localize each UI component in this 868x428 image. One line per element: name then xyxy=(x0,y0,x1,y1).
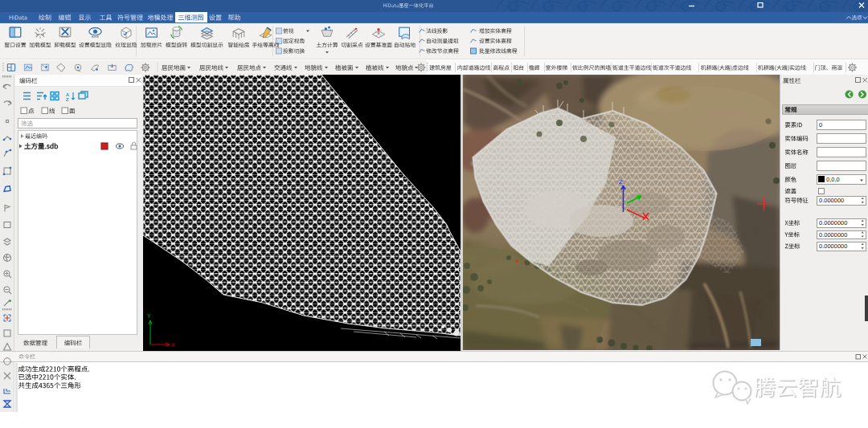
svg-text:mesh: mesh xyxy=(36,32,45,36)
svg-text:mesh: mesh xyxy=(61,35,68,39)
svg-text:Z: Z xyxy=(66,97,69,102)
svg-text:mesh: mesh xyxy=(92,35,99,39)
